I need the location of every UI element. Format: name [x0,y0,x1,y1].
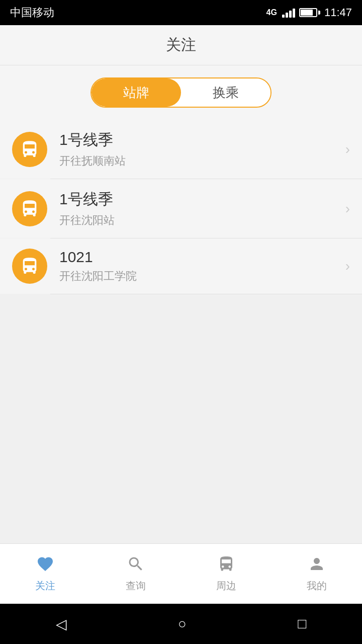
carrier-text: 中国移动 [10,5,54,20]
nav-label-search: 查询 [126,579,146,593]
item-sub: 开往沈阳站 [59,213,333,228]
chevron-right-icon: › [345,258,350,274]
bus-icon [20,199,40,219]
item-text: 1号线季 开往抚顺南站 [59,130,333,169]
signal-4g-icon: 4G [266,8,277,17]
toggle-station-btn[interactable]: 站牌 [92,78,181,107]
recent-button[interactable]: □ [298,616,306,632]
chevron-right-icon: › [345,201,350,217]
nav-label-mine: 我的 [307,579,327,593]
person-icon [308,555,326,576]
list-divider [50,294,362,294]
page-title: 关注 [166,35,196,55]
bottom-nav: 关注 查询 周边 我的 [0,543,362,604]
time-display: 11:47 [324,6,352,19]
heart-icon [36,555,54,576]
nav-item-follow[interactable]: 关注 [0,555,90,593]
list-item[interactable]: 1号线季 开往抚顺南站 › [0,120,362,179]
back-button[interactable]: ◁ [56,616,67,632]
list-item[interactable]: 1号线季 开往沈阳站 › [0,179,362,238]
nav-label-nearby: 周边 [216,579,236,593]
item-sub: 开往抚顺南站 [59,153,333,169]
list-item[interactable]: 1021 开往沈阳工学院 › [0,238,362,294]
bus-icon-circle [12,191,47,226]
item-name: 1号线季 [59,130,333,150]
bus-icon-circle [12,132,47,167]
nav-label-follow: 关注 [35,579,55,593]
status-bar: 中国移动 4G 11:47 [0,0,362,25]
item-name: 1021 [59,249,333,266]
nav-item-search[interactable]: 查询 [90,555,181,593]
content-list: 1号线季 开往抚顺南站 › 1号线季 开往沈阳站 › 1021 开往沈阳工学院 … [0,120,362,543]
item-text: 1021 开往沈阳工学院 [59,249,333,284]
signal-strength-icon [282,8,295,18]
battery-icon [299,8,320,17]
chevron-right-icon: › [345,141,350,157]
item-sub: 开往沈阳工学院 [59,269,333,284]
nav-item-mine[interactable]: 我的 [272,555,362,593]
system-nav: ◁ ○ □ [0,604,362,644]
nav-item-nearby[interactable]: 周边 [181,555,272,593]
home-button[interactable]: ○ [178,616,187,632]
toggle-transfer-btn[interactable]: 换乘 [181,78,270,107]
bus-nearby-icon [217,555,235,576]
item-name: 1号线季 [59,189,333,210]
status-icons: 4G 11:47 [266,6,352,19]
bus-icon [20,256,40,276]
item-text: 1号线季 开往沈阳站 [59,189,333,228]
toggle-container: 站牌 换乘 [0,65,362,120]
bus-icon-circle [12,249,47,284]
page-header: 关注 [0,25,362,65]
toggle-group: 站牌 换乘 [90,77,272,108]
search-icon [127,555,145,576]
bus-icon [20,139,40,159]
